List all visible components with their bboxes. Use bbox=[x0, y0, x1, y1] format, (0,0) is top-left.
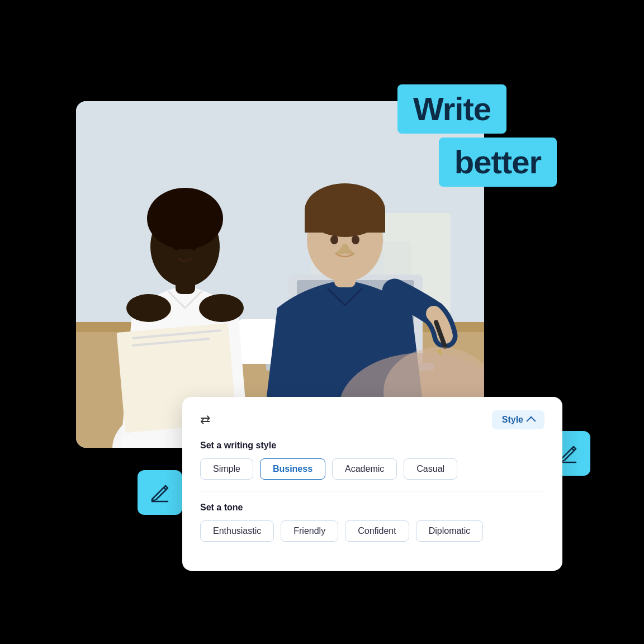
chip-academic[interactable]: Academic bbox=[332, 458, 397, 480]
pencil-left-icon-box bbox=[138, 470, 182, 515]
svg-rect-21 bbox=[305, 210, 385, 233]
writing-style-label: Set a writing style bbox=[200, 441, 544, 451]
divider bbox=[200, 491, 544, 491]
chip-business[interactable]: Business bbox=[260, 458, 325, 480]
chip-casual[interactable]: Casual bbox=[404, 458, 457, 480]
scene: Write better ⇄ Style Set a w bbox=[42, 56, 602, 588]
chip-diplomatic[interactable]: Diplomatic bbox=[416, 520, 484, 542]
style-button[interactable]: Style bbox=[492, 410, 544, 429]
svg-point-23 bbox=[352, 235, 359, 244]
chip-enthusiastic[interactable]: Enthusiastic bbox=[200, 520, 274, 542]
chip-simple[interactable]: Simple bbox=[200, 458, 253, 480]
chip-confident[interactable]: Confident bbox=[345, 520, 409, 542]
chip-friendly[interactable]: Friendly bbox=[281, 520, 338, 542]
svg-point-15 bbox=[190, 243, 197, 250]
tone-chips: Enthusiastic Friendly Confident Diplomat… bbox=[200, 520, 544, 542]
svg-line-31 bbox=[164, 487, 166, 490]
pencil-icon-left bbox=[148, 480, 172, 505]
svg-point-22 bbox=[330, 235, 338, 244]
photo-card bbox=[76, 101, 484, 448]
svg-point-13 bbox=[147, 188, 223, 249]
write-text: Write bbox=[413, 91, 491, 127]
writing-style-chips: Simple Business Academic Casual bbox=[200, 458, 544, 480]
better-text: better bbox=[454, 144, 541, 180]
style-panel: ⇄ Style Set a writing style Simple Busin… bbox=[182, 397, 562, 571]
svg-point-16 bbox=[126, 294, 171, 322]
better-label: better bbox=[439, 138, 557, 187]
svg-line-34 bbox=[572, 448, 574, 451]
swap-icon[interactable]: ⇄ bbox=[200, 413, 210, 427]
style-button-label: Style bbox=[502, 415, 523, 425]
svg-point-14 bbox=[173, 243, 180, 250]
write-label: Write bbox=[397, 84, 506, 134]
panel-header: ⇄ Style bbox=[200, 410, 544, 429]
svg-point-17 bbox=[199, 294, 244, 322]
tone-label: Set a tone bbox=[200, 503, 544, 513]
chevron-up-icon bbox=[527, 416, 536, 425]
